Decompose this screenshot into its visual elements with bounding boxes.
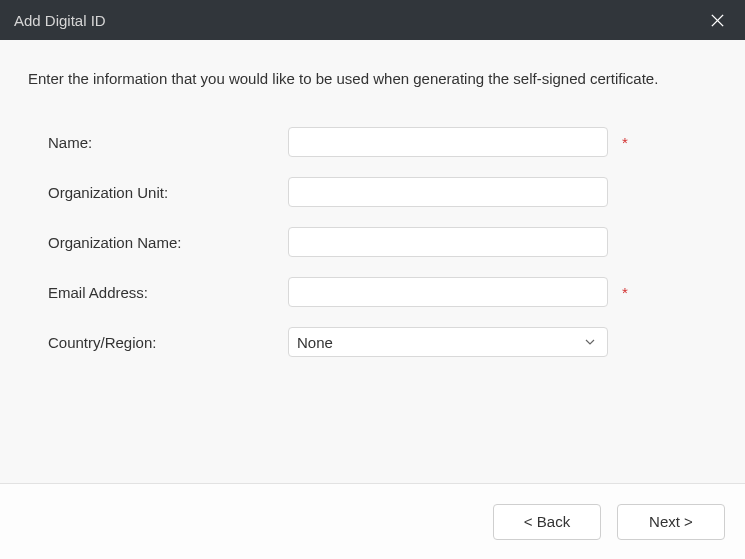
row-country: Country/Region: None xyxy=(48,327,717,357)
back-button[interactable]: < Back xyxy=(493,504,601,540)
row-name: Name: * xyxy=(48,127,717,157)
window-title: Add Digital ID xyxy=(14,12,106,29)
dialog-body: Enter the information that you would lik… xyxy=(0,40,745,483)
email-input[interactable] xyxy=(288,277,608,307)
label-country: Country/Region: xyxy=(48,334,288,351)
name-input[interactable] xyxy=(288,127,608,157)
row-email: Email Address: * xyxy=(48,277,717,307)
dialog-footer: < Back Next > xyxy=(0,483,745,559)
chevron-down-icon xyxy=(585,337,595,347)
label-org-unit: Organization Unit: xyxy=(48,184,288,201)
row-org-name: Organization Name: xyxy=(48,227,717,257)
country-selected-value: None xyxy=(297,334,333,351)
certificate-form: Name: * Organization Unit: Organization … xyxy=(28,127,717,357)
org-unit-input[interactable] xyxy=(288,177,608,207)
instruction-text: Enter the information that you would lik… xyxy=(28,70,717,87)
label-org-name: Organization Name: xyxy=(48,234,288,251)
next-button[interactable]: Next > xyxy=(617,504,725,540)
required-mark-name: * xyxy=(622,134,628,151)
close-button[interactable] xyxy=(703,6,731,34)
org-name-input[interactable] xyxy=(288,227,608,257)
label-email: Email Address: xyxy=(48,284,288,301)
titlebar: Add Digital ID xyxy=(0,0,745,40)
required-mark-email: * xyxy=(622,284,628,301)
country-select[interactable]: None xyxy=(288,327,608,357)
row-org-unit: Organization Unit: xyxy=(48,177,717,207)
back-button-label: < Back xyxy=(524,513,570,530)
close-icon xyxy=(710,13,725,28)
label-name: Name: xyxy=(48,134,288,151)
next-button-label: Next > xyxy=(649,513,693,530)
